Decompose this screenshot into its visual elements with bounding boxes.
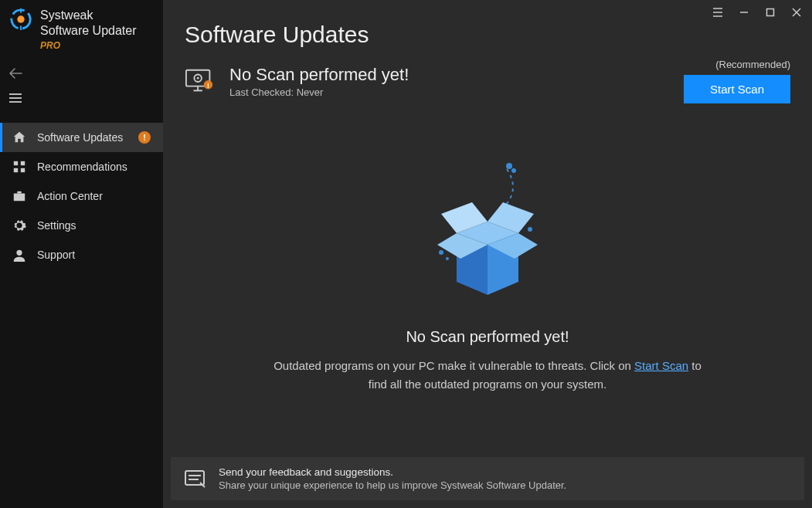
open-box-icon — [410, 160, 565, 314]
app-root: Systweak Software Updater PRO Software U… — [0, 0, 812, 508]
sidebar-top-controls — [0, 55, 163, 115]
sidebar-item-settings[interactable]: Settings — [0, 211, 163, 240]
sidebar-label: Support — [37, 249, 75, 261]
window-controls — [710, 5, 804, 20]
scan-cta-block: (Recommended) Start Scan — [684, 59, 790, 103]
brand-text: Systweak Software Updater PRO — [40, 8, 137, 52]
feedback-icon — [183, 467, 206, 490]
feedback-text: Send your feedback and suggestions. Shar… — [219, 466, 566, 491]
scan-status-block: ! No Scan performed yet! Last Checked: N… — [185, 65, 409, 98]
back-button[interactable] — [0, 61, 31, 86]
gear-icon — [12, 218, 26, 232]
feedback-bar[interactable]: Send your feedback and suggestions. Shar… — [171, 457, 804, 500]
brand-company: Systweak — [40, 8, 137, 23]
support-icon — [12, 248, 26, 262]
empty-text-before: Outdated programs on your PC make it vul… — [273, 359, 634, 372]
grid-icon — [12, 160, 26, 174]
feedback-title: Send your feedback and suggestions. — [219, 466, 566, 478]
svg-text:!: ! — [207, 82, 209, 90]
svg-rect-9 — [14, 168, 18, 172]
recommended-label: (Recommended) — [715, 59, 790, 70]
menu-button[interactable] — [710, 5, 725, 20]
svg-rect-12 — [17, 191, 21, 194]
svg-point-32 — [446, 257, 449, 260]
brand-tier: PRO — [40, 40, 137, 52]
svg-rect-7 — [14, 161, 18, 165]
svg-point-29 — [511, 168, 516, 173]
scan-header: ! No Scan performed yet! Last Checked: N… — [163, 51, 812, 103]
svg-rect-2 — [20, 8, 22, 13]
sidebar-item-software-updates[interactable]: Software Updates ! — [0, 123, 163, 152]
sidebar-label: Software Updates — [37, 131, 123, 144]
svg-point-13 — [16, 250, 22, 256]
alert-badge: ! — [138, 131, 151, 144]
brand-block: Systweak Software Updater PRO — [0, 0, 163, 55]
monitor-gear-icon: ! — [185, 68, 216, 94]
start-scan-link[interactable]: Start Scan — [634, 359, 688, 372]
last-checked-value: Never — [297, 86, 324, 98]
maximize-button[interactable] — [763, 5, 778, 20]
svg-rect-18 — [767, 9, 774, 16]
main-panel: Software Updates ! No Scan performed y — [163, 0, 812, 508]
svg-point-28 — [506, 163, 512, 169]
scan-heading: No Scan performed yet! — [229, 65, 409, 85]
empty-state: No Scan performed yet! Outdated programs… — [163, 103, 812, 457]
briefcase-icon — [12, 189, 26, 203]
home-icon — [12, 130, 26, 144]
svg-point-30 — [528, 227, 532, 232]
sidebar-nav: Software Updates ! Recommendations Actio… — [0, 123, 163, 269]
scan-status-text: No Scan performed yet! Last Checked: Nev… — [229, 65, 409, 98]
sidebar-label: Settings — [37, 219, 76, 232]
svg-point-25 — [197, 77, 199, 80]
brand-product: Software Updater — [40, 23, 137, 39]
empty-state-text: Outdated programs on your PC make it vul… — [271, 357, 704, 393]
sidebar-item-recommendations[interactable]: Recommendations — [0, 152, 163, 181]
svg-rect-11 — [14, 193, 25, 201]
sidebar-label: Action Center — [37, 190, 103, 202]
svg-rect-10 — [21, 168, 25, 172]
scan-last-checked: Last Checked: Never — [229, 86, 409, 98]
sidebar: Systweak Software Updater PRO Software U… — [0, 0, 163, 508]
close-button[interactable] — [789, 5, 804, 20]
svg-rect-8 — [21, 161, 25, 165]
hamburger-button[interactable] — [0, 86, 31, 110]
empty-state-title: No Scan performed yet! — [406, 328, 569, 346]
last-checked-label: Last Checked: — [229, 86, 294, 98]
sidebar-item-action-center[interactable]: Action Center — [0, 181, 163, 211]
svg-point-1 — [17, 15, 24, 22]
feedback-sub: Share your unique experience to help us … — [219, 479, 566, 491]
start-scan-button[interactable]: Start Scan — [684, 75, 790, 103]
minimize-button[interactable] — [736, 5, 752, 20]
svg-point-31 — [439, 250, 443, 255]
sidebar-item-support[interactable]: Support — [0, 240, 163, 269]
sidebar-label: Recommendations — [37, 161, 127, 173]
app-logo-icon — [9, 8, 32, 31]
svg-rect-3 — [20, 25, 22, 30]
